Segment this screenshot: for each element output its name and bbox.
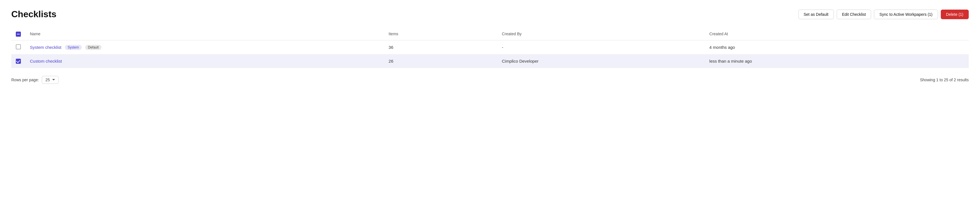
- column-header-items: Items: [384, 27, 497, 40]
- row-name-cell: System checklistSystemDefault: [25, 40, 384, 54]
- table-row: Custom checklist26Cimplico Developerless…: [11, 54, 969, 68]
- badge-default: Default: [85, 45, 102, 50]
- column-header-created-at: Created At: [705, 27, 969, 40]
- header-actions: Set as Default Edit Checklist Sync to Ac…: [798, 10, 969, 19]
- row-created-by-cell: Cimplico Developer: [497, 54, 705, 68]
- row-created-by-cell: -: [497, 40, 705, 54]
- page-header: Checklists Set as Default Edit Checklist…: [11, 9, 969, 19]
- delete-button[interactable]: Delete (1): [941, 10, 969, 19]
- chevron-down-icon: [52, 79, 55, 80]
- row-items-cell: 26: [384, 54, 497, 68]
- row-checkbox[interactable]: [16, 44, 21, 49]
- table-body: System checklistSystemDefault36-4 months…: [11, 40, 969, 68]
- rows-per-page-value: 25: [45, 78, 50, 82]
- table-header: Name Items Created By Created At: [11, 27, 969, 40]
- page-title: Checklists: [11, 9, 56, 19]
- badge-system: System: [65, 45, 82, 50]
- row-checkbox[interactable]: [16, 59, 21, 64]
- column-header-created-by: Created By: [497, 27, 705, 40]
- checklist-name-link[interactable]: Custom checklist: [30, 59, 62, 64]
- checklists-table: Name Items Created By Created At System …: [11, 27, 969, 68]
- select-all-checkbox[interactable]: [16, 32, 21, 37]
- sync-button[interactable]: Sync to Active Workpapers (1): [874, 10, 938, 19]
- edit-checklist-button[interactable]: Edit Checklist: [837, 10, 872, 19]
- set-default-button[interactable]: Set as Default: [798, 10, 834, 19]
- table-row: System checklistSystemDefault36-4 months…: [11, 40, 969, 54]
- column-header-name: Name: [25, 27, 384, 40]
- select-all-cell: [11, 27, 25, 40]
- row-checkbox-cell: [11, 40, 25, 54]
- row-created-at-cell: 4 months ago: [705, 40, 969, 54]
- row-checkbox-cell: [11, 54, 25, 68]
- pagination-info: Showing 1 to 25 of 2 results: [920, 78, 969, 82]
- checklist-name-link[interactable]: System checklist: [30, 45, 62, 49]
- rows-per-page-label: Rows per page:: [11, 78, 39, 82]
- row-items-cell: 36: [384, 40, 497, 54]
- table-footer: Rows per page: 25 Showing 1 to 25 of 2 r…: [11, 74, 969, 86]
- rows-per-page-control: Rows per page: 25: [11, 76, 59, 84]
- row-created-at-cell: less than a minute ago: [705, 54, 969, 68]
- rows-per-page-select[interactable]: 25: [42, 76, 59, 84]
- row-name-cell: Custom checklist: [25, 54, 384, 68]
